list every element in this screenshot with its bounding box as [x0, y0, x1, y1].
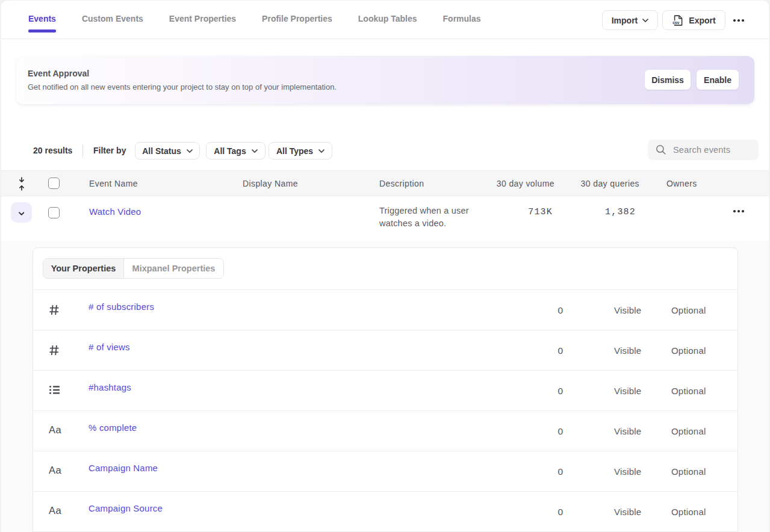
svg-text:csv: csv [673, 20, 680, 25]
